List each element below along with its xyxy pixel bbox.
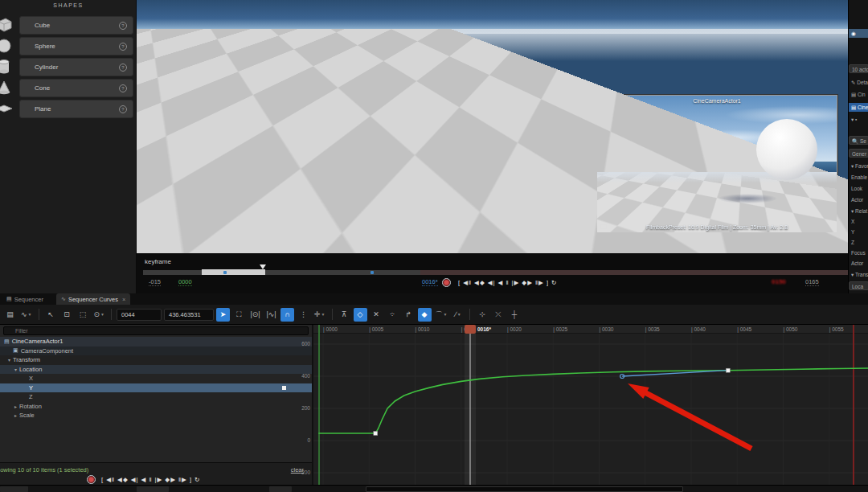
details-fragment[interactable]: ▾ ▪: [849, 115, 868, 124]
ease-in-icon[interactable]: ∕▼: [451, 308, 465, 322]
details-fragment[interactable]: ▤ Cin: [849, 90, 868, 99]
details-fragment[interactable]: ▾ Trans: [849, 270, 868, 279]
camera-preview-window[interactable]: CineCameraActor1 FilmbackPreset: 16:9 Di…: [596, 95, 837, 233]
record-button[interactable]: [442, 278, 451, 287]
expander-arrow-icon[interactable]: ▸: [14, 404, 17, 409]
range-end-field[interactable]: 0165: [805, 278, 819, 286]
curve-options-icon[interactable]: ∿▼: [19, 308, 34, 322]
shape-item-cylinder[interactable]: Cylinder?: [19, 58, 133, 76]
details-fragment[interactable]: Look: [849, 184, 868, 193]
details-fragment[interactable]: ◉: [849, 29, 868, 38]
keyframe-point[interactable]: [374, 432, 378, 436]
details-fragment[interactable]: ▾ Relat: [849, 207, 868, 215]
tree-row-cinecameraactor1[interactable]: ▤CineCameraActor1: [0, 337, 312, 346]
timeline-playhead-marker[interactable]: [260, 264, 266, 269]
key-value-input[interactable]: 436.463531: [164, 309, 214, 321]
tree-row-z[interactable]: Z: [0, 392, 312, 402]
help-icon[interactable]: ?: [119, 64, 127, 72]
help-icon[interactable]: ?: [119, 105, 127, 113]
curve-graph-area[interactable]: | 0000| 0005| 0010| 0015| 0020| 0025| 00…: [313, 325, 868, 492]
pivot-icon[interactable]: ┼: [507, 308, 521, 322]
help-icon[interactable]: ?: [119, 84, 127, 92]
details-fragment[interactable]: ▤ Cine: [849, 103, 868, 112]
details-fragment[interactable]: Actor: [849, 259, 868, 268]
select-keys-icon[interactable]: ⊡: [60, 308, 74, 322]
channel-key-indicator[interactable]: [282, 386, 286, 390]
tangent-auto-icon[interactable]: ◇: [354, 308, 367, 322]
tree-row-rotation[interactable]: ▸Rotation: [0, 402, 312, 412]
visibility-icon[interactable]: ⊙▼: [92, 308, 107, 322]
tangent-break-icon[interactable]: ✕: [370, 308, 383, 322]
range-start-field[interactable]: -015: [149, 278, 161, 286]
shape-item-sphere[interactable]: Sphere?: [19, 37, 133, 55]
help-icon[interactable]: ?: [119, 43, 127, 51]
tree-row-transform[interactable]: ▾Transform: [0, 355, 312, 365]
value-axis-label: 600: [286, 341, 310, 346]
snap-icon[interactable]: ∩: [280, 308, 294, 322]
preview-expand-icon[interactable]: [600, 224, 607, 229]
tree-row-x[interactable]: X: [0, 374, 312, 383]
help-icon[interactable]: ?: [119, 22, 127, 30]
pointer-tool-icon[interactable]: ➤: [216, 308, 230, 322]
details-fragment[interactable]: ▾ Favor: [849, 162, 868, 170]
expander-arrow-icon[interactable]: ▸: [14, 412, 17, 418]
tab-close-icon[interactable]: ×: [122, 296, 125, 303]
tree-row-label: CameraComponent: [21, 347, 73, 355]
transform-tool-icon[interactable]: ✛▼: [313, 308, 327, 322]
expander-arrow-icon[interactable]: ▾: [8, 357, 10, 363]
filter-input[interactable]: Filter: [3, 326, 309, 335]
details-fragment[interactable]: Z: [849, 238, 868, 247]
current-frame-field[interactable]: 0016*: [422, 278, 438, 286]
details-fragment[interactable]: Gener: [849, 149, 868, 158]
tangent-step-icon[interactable]: ↱: [402, 308, 416, 322]
details-fragment[interactable]: Focus: [849, 248, 868, 257]
timeline-view-range[interactable]: [202, 269, 265, 275]
select-tool-icon[interactable]: ↖: [44, 308, 58, 322]
tangent-flatten-icon[interactable]: ⊼: [338, 308, 351, 322]
value-axis-label: 0: [286, 437, 310, 443]
save-icon[interactable]: ▤: [3, 308, 17, 322]
deselect-icon[interactable]: ⤫: [491, 308, 505, 322]
frame-selection-icon[interactable]: ⛶: [232, 308, 246, 322]
timeline-key-marker[interactable]: [223, 271, 227, 274]
details-fragment[interactable]: X: [849, 217, 868, 226]
expander-arrow-icon[interactable]: ▾: [14, 367, 17, 372]
tangent-weighted-icon[interactable]: ◆: [418, 308, 432, 322]
timeline-key-marker[interactable]: [371, 271, 374, 274]
playback-controls[interactable]: [ ◀‖ ◀◆ ◀| ◀ ‖ |▶ ◆▶ ‖▶ ] ↻: [101, 476, 200, 483]
cut-off-item: [269, 486, 292, 492]
tree-row-cameracomponent[interactable]: ▣CameraComponent: [0, 346, 312, 356]
row-type-icon: ▤: [4, 338, 10, 345]
tree-row-y[interactable]: Y: [0, 383, 312, 393]
shape-item-cone[interactable]: Cone?: [19, 79, 133, 97]
details-fragment[interactable]: 10 acto: [849, 64, 868, 73]
marquee-select-icon[interactable]: ⬚: [76, 308, 90, 322]
details-fragment[interactable]: Enable: [849, 173, 868, 182]
tree-row-location[interactable]: ▾Location: [0, 365, 312, 375]
keyframe-point[interactable]: [726, 368, 730, 372]
playback-controls[interactable]: [ ◀‖ ◀◆ ◀| ◀ ‖ |▶ ◆▶ ‖▶ ] ↻: [458, 279, 557, 286]
zero-icon[interactable]: |⊙|: [248, 308, 262, 322]
details-fragment[interactable]: Y: [849, 228, 868, 236]
details-fragment[interactable]: Loca: [849, 281, 868, 290]
ease-out-icon[interactable]: ⌒▼: [434, 308, 449, 322]
filter-keys-icon[interactable]: ⊹: [475, 308, 489, 322]
key-frame-input[interactable]: 0044: [117, 309, 162, 321]
curve-view-icon[interactable]: |∿|: [264, 308, 278, 322]
details-fragment[interactable]: ✎ Deta: [849, 78, 868, 87]
details-fragment[interactable]: Actor: [849, 195, 868, 204]
tab-sequencer[interactable]: ▤ Sequencer: [2, 293, 48, 305]
tab-sequencer-curves[interactable]: ∿ Sequencer Curves ×: [56, 293, 130, 305]
details-fragment[interactable]: 🔍 Se: [849, 136, 868, 145]
playback-start-field[interactable]: 0000: [178, 278, 192, 286]
record-button[interactable]: [87, 475, 96, 484]
menu-dots-icon[interactable]: ⋮: [297, 308, 310, 322]
playhead-marker[interactable]: [465, 325, 476, 334]
curves-tab-icon: ∿: [61, 296, 66, 302]
3d-viewport[interactable]: CineCameraActor1 FilmbackPreset: 16:9 Di…: [137, 0, 848, 253]
shape-item-plane[interactable]: Plane?: [19, 100, 133, 118]
tangent-user-icon[interactable]: ⁘: [386, 308, 399, 322]
shape-item-cube[interactable]: Cube?: [19, 16, 133, 35]
playback-end-field[interactable]: 0150: [772, 278, 786, 285]
tree-row-scale[interactable]: ▸Scale: [0, 411, 312, 420]
